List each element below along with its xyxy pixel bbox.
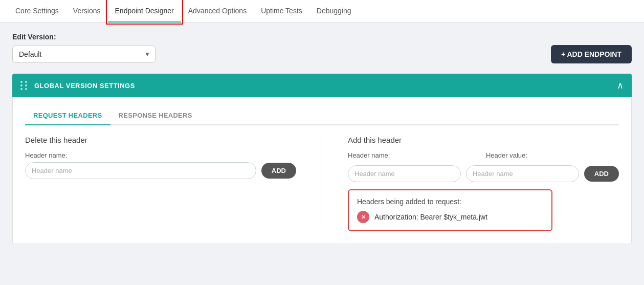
delete-add-button[interactable]: ADD	[261, 163, 296, 179]
version-select-wrapper: Default ▼	[12, 46, 156, 63]
add-header-name-input[interactable]	[348, 165, 461, 182]
add-header-button[interactable]: ADD	[584, 166, 619, 182]
sections-row: Delete this header Header name: ADD Add …	[25, 136, 619, 231]
panel-body: REQUEST HEADERS RESPONSE HEADERS Delete …	[12, 97, 632, 244]
edit-version-label: Edit Version:	[12, 33, 632, 41]
delete-section-title: Delete this header	[25, 136, 296, 144]
header-entry: Authorization: Bearer $tyk_meta.jwt	[357, 211, 543, 223]
delete-form-group: Header name: ADD	[25, 151, 296, 179]
section-divider	[322, 136, 322, 231]
delete-header-name-label: Header name:	[25, 151, 296, 159]
global-settings-bar: GLOBAL VERSION SETTINGS ∧	[12, 74, 632, 97]
main-content: Edit Version: Default ▼ + ADD ENDPOINT G…	[0, 23, 644, 254]
add-labels-row: Header name: Header value:	[348, 151, 619, 162]
add-header-value-input[interactable]	[466, 165, 579, 182]
version-row: Default ▼ + ADD ENDPOINT	[12, 45, 632, 63]
add-section-title: Add this header	[348, 136, 619, 144]
tab-versions[interactable]: Versions	[66, 0, 108, 23]
delete-header-name-input[interactable]	[25, 162, 256, 179]
collapse-icon[interactable]: ∧	[617, 80, 624, 91]
headers-being-added-box: Headers being added to request: Authoriz…	[348, 189, 552, 231]
sub-tabs: REQUEST HEADERS RESPONSE HEADERS	[25, 107, 619, 125]
top-navigation: Core Settings Versions Endpoint Designer…	[0, 0, 644, 23]
tab-core-settings[interactable]: Core Settings	[8, 0, 66, 23]
add-header-section: Add this header Header name: Header valu…	[348, 136, 619, 231]
tab-advanced-options[interactable]: Advanced Options	[181, 0, 254, 23]
add-header-value-label: Header value:	[486, 151, 619, 159]
add-endpoint-button[interactable]: + ADD ENDPOINT	[551, 45, 632, 63]
add-header-name-label: Header name:	[348, 151, 481, 159]
version-select[interactable]: Default	[12, 46, 156, 63]
delete-input-row: ADD	[25, 162, 296, 179]
header-entry-text: Authorization: Bearer $tyk_meta.jwt	[374, 213, 487, 221]
global-settings-left: GLOBAL VERSION SETTINGS	[20, 81, 135, 90]
tab-response-headers[interactable]: RESPONSE HEADERS	[110, 107, 201, 125]
tab-endpoint-designer[interactable]: Endpoint Designer	[108, 0, 181, 23]
remove-header-button[interactable]	[357, 211, 369, 223]
tab-request-headers[interactable]: REQUEST HEADERS	[25, 107, 110, 125]
global-settings-title: GLOBAL VERSION SETTINGS	[34, 82, 135, 90]
headers-box-title: Headers being added to request:	[357, 198, 543, 206]
tab-uptime-tests[interactable]: Uptime Tests	[254, 0, 309, 23]
delete-header-section: Delete this header Header name: ADD	[25, 136, 296, 231]
drag-handle-icon[interactable]	[20, 81, 28, 90]
add-form-group: Header name: Header value: ADD	[348, 151, 619, 182]
add-input-row: ADD	[348, 165, 619, 182]
tab-debugging[interactable]: Debugging	[309, 0, 359, 23]
